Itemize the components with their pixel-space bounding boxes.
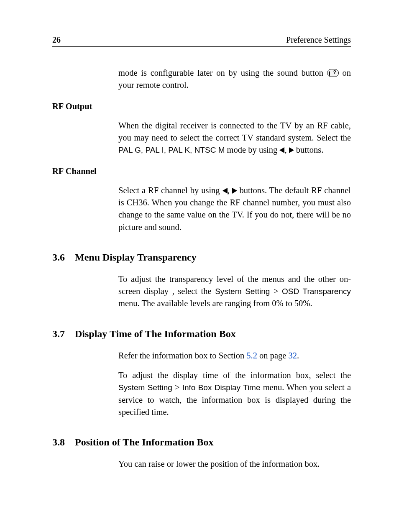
- document-page: 26 Preference Settings mode is configura…: [0, 0, 399, 532]
- comma: ,: [284, 145, 289, 154]
- section-title: Position of The Information Box: [75, 437, 214, 448]
- page-link[interactable]: 32: [289, 351, 297, 360]
- menu-path-part: System Setting: [118, 383, 172, 392]
- text: You can raise or lower the position of t…: [118, 458, 351, 470]
- running-title: Preference Settings: [286, 35, 351, 45]
- text: Refer the information box to Section: [118, 351, 246, 360]
- section-title: Display Time of The Information Box: [75, 328, 236, 340]
- text: menu. The available levels are ranging f…: [118, 299, 312, 308]
- intro-paragraph: mode is configurable later on by using t…: [118, 67, 351, 92]
- menu-separator: >: [172, 383, 182, 392]
- rf-output-label: RF Output: [52, 102, 351, 111]
- menu-path-part: System Setting: [215, 287, 270, 296]
- section-number: 3.7: [52, 328, 67, 340]
- text: When the digital receiver is connected t…: [118, 121, 351, 142]
- menu-path-part: Info Box Display Time: [182, 383, 261, 392]
- comma: ,: [228, 186, 232, 195]
- text: mode by using: [225, 145, 279, 154]
- mode-list: PAL G, PAL I, PAL K, NTSC M: [118, 146, 225, 154]
- sound-button-icon: [327, 69, 339, 77]
- section-number: 3.8: [52, 437, 67, 448]
- section-3-7-heading: 3.7 Display Time of The Information Box: [52, 328, 351, 340]
- page-number: 26: [52, 35, 61, 45]
- text: To adjust the display time of the inform…: [118, 371, 351, 380]
- section-3-6-heading: 3.6 Menu Display Transparency: [52, 252, 351, 263]
- text: mode is configurable later on by using t…: [118, 68, 327, 77]
- section-number: 3.6: [52, 252, 67, 263]
- page-header: 26 Preference Settings: [52, 35, 351, 47]
- rf-output-body: When the digital receiver is connected t…: [118, 120, 351, 156]
- menu-separator: >: [270, 286, 282, 296]
- right-arrow-icon: [289, 147, 294, 153]
- section-link[interactable]: 5.2: [246, 351, 257, 360]
- left-arrow-icon: [223, 188, 228, 194]
- section-3-8-body: You can raise or lower the position of t…: [118, 458, 351, 470]
- rf-channel-body: Select a RF channel by using , buttons. …: [118, 184, 351, 233]
- text: on page: [257, 351, 289, 360]
- text: buttons.: [294, 145, 324, 154]
- section-3-8-heading: 3.8 Position of The Information Box: [52, 437, 351, 448]
- section-title: Menu Display Transparency: [75, 252, 197, 263]
- text: .: [297, 351, 299, 360]
- text: Select a RF channel by using: [118, 186, 223, 195]
- menu-path-part: OSD Trans­parency: [282, 287, 351, 296]
- section-3-6-body: To adjust the transparency level of the …: [118, 273, 351, 310]
- right-arrow-icon: [232, 188, 237, 194]
- left-arrow-icon: [279, 147, 284, 153]
- section-3-7-body: Refer the information box to Section 5.2…: [118, 350, 351, 419]
- rf-channel-label: RF Channel: [52, 166, 351, 176]
